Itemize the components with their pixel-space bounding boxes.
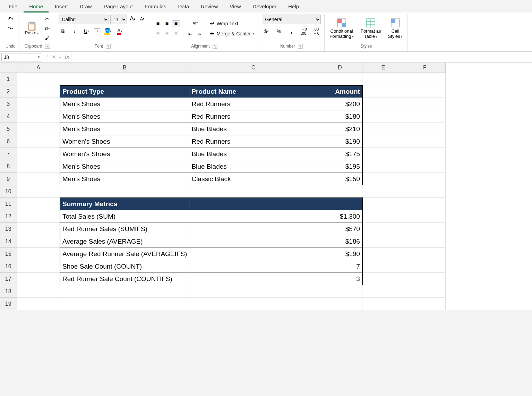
cell-B10[interactable] [60, 185, 189, 198]
cell-F10[interactable] [404, 185, 446, 198]
cell-C12[interactable] [189, 210, 317, 223]
undo-button[interactable]: ↶ [6, 15, 15, 23]
cell-D15[interactable]: $190 [317, 248, 362, 260]
row-header-16[interactable]: 16 [0, 260, 17, 273]
align-top-button[interactable]: ≡ [154, 20, 162, 27]
cell-F1[interactable] [404, 73, 446, 85]
cell-E15[interactable] [362, 248, 404, 260]
cell-A10[interactable] [17, 185, 60, 198]
cell-F16[interactable] [404, 260, 446, 273]
cell-B13[interactable]: Red Runner Sales (SUMIFS) [60, 223, 189, 235]
cell-D11[interactable] [317, 198, 362, 210]
cell-E16[interactable] [362, 260, 404, 273]
cell-F17[interactable] [404, 273, 446, 285]
paste-button[interactable]: 📋 Paste [23, 21, 41, 36]
cell-C8[interactable]: Blue Blades [189, 160, 317, 173]
cell-B18[interactable] [60, 285, 189, 298]
cell-E8[interactable] [362, 160, 404, 173]
comma-format-button[interactable]: , [287, 27, 295, 35]
cell-B9[interactable]: Men's Shoes [60, 173, 189, 185]
cell-C10[interactable] [189, 185, 317, 198]
cell-D10[interactable] [317, 185, 362, 198]
cell-B16[interactable]: Shoe Sale Count (COUNT) [60, 260, 189, 273]
increase-font-button[interactable]: A▴ [128, 15, 137, 23]
tab-file[interactable]: File [3, 1, 23, 12]
cell-A8[interactable] [17, 160, 60, 173]
tab-view[interactable]: View [224, 1, 246, 12]
clipboard-launcher[interactable]: ⤡ [45, 44, 50, 49]
cell-B19[interactable] [60, 298, 189, 310]
cell-A11[interactable] [17, 198, 60, 210]
cell-F7[interactable] [404, 148, 446, 160]
column-header-A[interactable]: A [17, 63, 60, 73]
row-header-2[interactable]: 2 [0, 85, 17, 98]
column-header-E[interactable]: E [362, 63, 404, 73]
cell-C16[interactable] [189, 260, 317, 273]
cell-D7[interactable]: $175 [317, 148, 362, 160]
row-header-19[interactable]: 19 [0, 298, 17, 310]
row-header-8[interactable]: 8 [0, 160, 17, 173]
cell-E5[interactable] [362, 123, 404, 135]
cell-C3[interactable]: Red Runners [189, 98, 317, 110]
cell-B6[interactable]: Women's Shoes [60, 135, 189, 148]
tab-home[interactable]: Home [24, 1, 49, 12]
column-header-B[interactable]: B [60, 63, 189, 73]
cell-F19[interactable] [404, 298, 446, 310]
cell-F4[interactable] [404, 110, 446, 123]
alignment-launcher[interactable]: ⤡ [213, 44, 217, 49]
cell-C15[interactable] [189, 248, 317, 260]
name-box[interactable]: J3▾ [1, 53, 42, 61]
cell-B7[interactable]: Women's Shoes [60, 148, 189, 160]
row-header-4[interactable]: 4 [0, 110, 17, 123]
row-header-6[interactable]: 6 [0, 135, 17, 148]
row-header-17[interactable]: 17 [0, 273, 17, 285]
align-center-button[interactable]: ≡ [163, 30, 171, 37]
cell-B12[interactable]: Total Sales (SUM) [60, 210, 189, 223]
cell-A12[interactable] [17, 210, 60, 223]
conditional-formatting-button[interactable]: Conditional Formatting [328, 17, 355, 40]
font-name-select[interactable]: Calibri [59, 15, 109, 24]
cell-E11[interactable] [362, 198, 404, 210]
row-header-15[interactable]: 15 [0, 248, 17, 260]
cell-C4[interactable]: Red Runners [189, 110, 317, 123]
cell-E3[interactable] [362, 98, 404, 110]
cell-F18[interactable] [404, 285, 446, 298]
align-middle-button[interactable]: ≡ [163, 20, 171, 27]
decrease-font-button[interactable]: A▾ [138, 15, 146, 23]
cell-E19[interactable] [362, 298, 404, 310]
cell-C7[interactable]: Blue Blades [189, 148, 317, 160]
cell-D2[interactable]: Amount [317, 85, 362, 98]
cell-C17[interactable] [189, 273, 317, 285]
fill-color-button[interactable]: 🪣 [104, 27, 112, 35]
cell-B8[interactable]: Men's Shoes [60, 160, 189, 173]
cell-D17[interactable]: 3 [317, 273, 362, 285]
cell-D3[interactable]: $200 [317, 98, 362, 110]
cell-C5[interactable]: Blue Blades [189, 123, 317, 135]
cell-E14[interactable] [362, 235, 404, 248]
wrap-text-button[interactable]: ↩ Wrap Text [210, 20, 238, 27]
cell-A4[interactable] [17, 110, 60, 123]
cell-A6[interactable] [17, 135, 60, 148]
format-as-table-button[interactable]: Format as Table [359, 17, 383, 40]
cell-F5[interactable] [404, 123, 446, 135]
cell-A18[interactable] [17, 285, 60, 298]
accounting-format-button[interactable]: $ [262, 27, 271, 35]
tab-draw[interactable]: Draw [74, 1, 97, 12]
cell-E2[interactable] [362, 85, 404, 98]
cell-F2[interactable] [404, 85, 446, 98]
cell-E17[interactable] [362, 273, 404, 285]
column-header-F[interactable]: F [404, 63, 446, 73]
decrease-indent-button[interactable]: ⇤ [186, 30, 195, 38]
cell-C18[interactable] [189, 285, 317, 298]
cell-C11[interactable] [189, 198, 317, 210]
decrease-decimal-button[interactable]: .00→0 [312, 27, 320, 35]
border-button[interactable] [94, 28, 100, 34]
cell-D9[interactable]: $150 [317, 173, 362, 185]
cell-D12[interactable]: $1,300 [317, 210, 362, 223]
fx-icon[interactable]: fx [65, 54, 69, 60]
cell-D14[interactable]: $186 [317, 235, 362, 248]
cell-C13[interactable] [189, 223, 317, 235]
orientation-button[interactable]: ⤭ [191, 19, 199, 27]
cell-A9[interactable] [17, 173, 60, 185]
cell-A19[interactable] [17, 298, 60, 310]
